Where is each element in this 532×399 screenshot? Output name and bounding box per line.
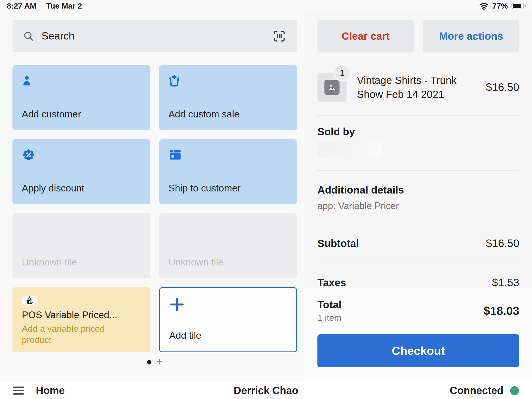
total-value: $18.03 bbox=[483, 304, 519, 318]
more-actions-button[interactable]: More actions bbox=[423, 20, 519, 52]
clear-cart-button[interactable]: Clear cart bbox=[317, 20, 414, 52]
cart-panel: Clear cart More actions bbox=[304, 11, 532, 382]
home-button[interactable]: Home bbox=[36, 385, 65, 396]
tile-label: Unknown tile bbox=[169, 257, 288, 269]
pos-screen: 8:27 AM Tue Mar 2 77% bbox=[0, 0, 532, 399]
divider bbox=[317, 262, 519, 262]
tile-label: Add customer bbox=[22, 109, 141, 121]
bottom-bar: Home Derrick Chao Connected bbox=[0, 382, 532, 399]
status-time: 8:27 AM bbox=[7, 2, 36, 10]
tiles-grid: Add customer Add custom sale bbox=[12, 65, 297, 352]
connected-dot-icon bbox=[510, 386, 519, 395]
tile-unknown-1[interactable]: Unknown tile bbox=[12, 213, 150, 278]
plus-icon bbox=[169, 297, 287, 312]
battery-icon bbox=[511, 3, 524, 9]
page-dot[interactable] bbox=[147, 360, 151, 364]
search-bar[interactable] bbox=[12, 20, 297, 52]
quantity-badge: 1 bbox=[335, 65, 350, 80]
tile-add-customer[interactable]: Add customer bbox=[12, 65, 150, 130]
divider bbox=[317, 115, 519, 116]
item-name: Vintage Shirts - Trunk Show Feb 14 2021 bbox=[357, 73, 474, 101]
tile-add-custom-sale[interactable]: Add custom sale bbox=[159, 65, 297, 130]
battery-tip bbox=[525, 5, 526, 7]
menu-icon[interactable] bbox=[13, 387, 24, 395]
cart-content: Clear cart More actions bbox=[304, 11, 532, 288]
tile-label: Unknown tile bbox=[22, 257, 141, 269]
tile-label: Add custom sale bbox=[169, 109, 288, 121]
status-right: 77% bbox=[479, 2, 526, 10]
taxes-row[interactable]: Taxes $1.53 bbox=[317, 276, 519, 288]
page-indicator: + bbox=[12, 360, 297, 364]
sold-by-heading: Sold by bbox=[317, 126, 519, 138]
subtotal-row: Subtotal $16.50 bbox=[317, 237, 519, 250]
tile-pos-variable-priced[interactable]: $ POS Variable Priced... Add a variable … bbox=[12, 287, 150, 352]
status-bar: 8:27 AM Tue Mar 2 77% bbox=[0, 0, 532, 11]
total-label: Total bbox=[317, 299, 342, 311]
total-row: Total 1 item $18.03 bbox=[317, 299, 519, 323]
sold-by-value-redacted bbox=[317, 142, 382, 157]
wifi-icon bbox=[479, 3, 489, 10]
shipping-box-icon bbox=[169, 148, 288, 162]
main-area: Add customer Add custom sale bbox=[0, 11, 532, 382]
subtotal-label: Subtotal bbox=[317, 238, 359, 249]
divider bbox=[317, 170, 519, 171]
tile-unknown-2[interactable]: Unknown tile bbox=[159, 213, 297, 278]
tile-label: Ship to customer bbox=[169, 183, 288, 195]
image-placeholder-icon bbox=[324, 80, 340, 95]
connection-label: Connected bbox=[450, 385, 503, 396]
connection-status: Connected bbox=[450, 385, 519, 396]
status-left: 8:27 AM Tue Mar 2 bbox=[7, 2, 82, 10]
tile-label: Apply discount bbox=[22, 183, 141, 195]
tile-label: Add tile bbox=[169, 330, 287, 343]
status-date: Tue Mar 2 bbox=[46, 2, 82, 10]
total-item-count: 1 item bbox=[317, 313, 342, 323]
svg-text:$: $ bbox=[30, 301, 32, 304]
additional-details-value: app: Variable Pricer bbox=[317, 201, 519, 211]
item-price: $16.50 bbox=[486, 81, 519, 94]
tile-ship-to-customer[interactable]: Ship to customer bbox=[159, 139, 297, 204]
variable-price-app-icon: $ bbox=[22, 296, 37, 305]
tile-subtitle: Add a variable priced product bbox=[22, 323, 108, 345]
search-icon bbox=[23, 30, 34, 42]
taxes-label: Taxes bbox=[317, 277, 346, 288]
add-page-icon[interactable]: + bbox=[157, 362, 162, 363]
cart-footer: Total 1 item $18.03 Checkout bbox=[304, 288, 532, 382]
basket-add-icon bbox=[169, 74, 288, 88]
checkout-button[interactable]: Checkout bbox=[317, 334, 519, 367]
discount-seal-icon bbox=[22, 148, 141, 162]
battery-percent: 77% bbox=[492, 2, 508, 10]
tiles-panel: Add customer Add custom sale bbox=[0, 11, 304, 382]
search-input[interactable] bbox=[42, 30, 272, 42]
divider bbox=[317, 225, 519, 225]
cart-actions: Clear cart More actions bbox=[317, 20, 519, 52]
subtotal-value: $16.50 bbox=[486, 237, 519, 250]
taxes-value: $1.53 bbox=[492, 276, 519, 288]
item-thumbnail: 1 bbox=[317, 73, 347, 102]
tile-apply-discount[interactable]: Apply discount bbox=[12, 139, 150, 204]
person-icon bbox=[22, 74, 141, 88]
additional-details-heading: Additional details bbox=[317, 184, 519, 196]
cart-line-item[interactable]: 1 Vintage Shirts - Trunk Show Feb 14 202… bbox=[317, 73, 519, 102]
barcode-scan-icon[interactable] bbox=[272, 29, 287, 43]
tile-label: POS Variable Priced... bbox=[22, 310, 141, 321]
tile-add-tile[interactable]: Add tile bbox=[159, 287, 297, 352]
